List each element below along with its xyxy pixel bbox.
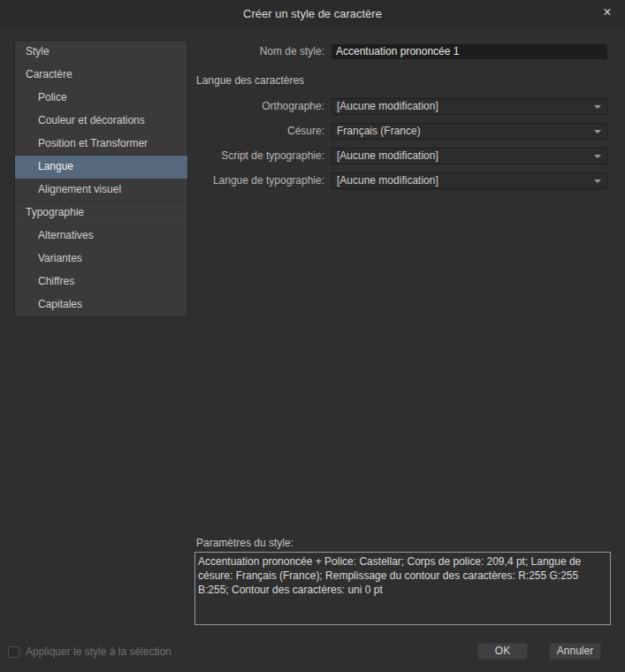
langue-typographie-dropdown[interactable]: [Aucune modification] (332, 172, 607, 189)
sidebar-item-langue[interactable]: Langue (15, 156, 187, 179)
langue-typographie-label: Langue de typographie: (194, 174, 332, 187)
langue-typographie-field-row: Langue de typographie: [Aucune modificat… (194, 172, 607, 189)
chevron-down-icon (594, 105, 601, 109)
ok-button[interactable]: OK (477, 643, 528, 660)
apply-style-checkbox[interactable] (8, 646, 19, 658)
script-typographie-field-row: Script de typographie: [Aucune modificat… (194, 147, 607, 164)
style-name-row: Nom de style: (194, 42, 607, 60)
style-settings-label: Paramètres du style: (196, 537, 293, 549)
sidebar-item-variantes[interactable]: Variantes (15, 248, 187, 271)
sidebar-item-alignement-visuel[interactable]: Alignement visuel (15, 179, 187, 202)
section-heading-langue-des-caracteres: Langue des caractères (196, 74, 304, 87)
orthographe-dropdown[interactable]: [Aucune modification] (332, 98, 607, 115)
sidebar-item-typographie[interactable]: Typographie (15, 202, 187, 225)
style-category-list: Style Caractère Police Couleur et décora… (14, 40, 188, 317)
sidebar-item-style[interactable]: Style (15, 41, 187, 64)
sidebar-item-position-et-transformer[interactable]: Position et Transformer (15, 133, 187, 156)
script-typographie-dropdown-value: [Aucune modification] (337, 149, 438, 162)
titlebar: Créer un style de caractère × (0, 0, 625, 27)
cesure-dropdown[interactable]: Français (France) (332, 123, 607, 140)
style-name-label: Nom de style: (194, 45, 332, 57)
apply-style-checkbox-row: Appliquer le style à la sélection (8, 645, 171, 659)
orthographe-label: Orthographe: (194, 100, 332, 112)
orthographe-dropdown-value: [Aucune modification] (337, 100, 438, 112)
style-name-input[interactable] (332, 44, 607, 59)
create-character-style-dialog: Créer un style de caractère × Style Cara… (0, 0, 625, 672)
close-icon[interactable]: × (598, 4, 616, 21)
chevron-down-icon (594, 155, 601, 158)
sidebar-item-couleur-et-decorations[interactable]: Couleur et décorations (15, 110, 187, 133)
orthographe-field-row: Orthographe: [Aucune modification] (194, 97, 607, 115)
sidebar-item-caractere[interactable]: Caractère (15, 64, 187, 87)
cesure-dropdown-value: Français (France) (337, 125, 421, 137)
cesure-field-row: Césure: Français (France) (194, 122, 607, 140)
sidebar-item-capitales[interactable]: Capitales (15, 294, 187, 317)
dialog-title: Créer un style de caractère (0, 7, 625, 20)
cesure-label: Césure: (194, 125, 332, 137)
sidebar-item-police[interactable]: Police (15, 87, 187, 110)
cancel-button[interactable]: Annuler (549, 643, 601, 660)
style-settings-summary: Accentuation prononcée + Police: Castell… (194, 552, 611, 625)
script-typographie-label: Script de typographie: (194, 149, 332, 162)
apply-style-checkbox-label: Appliquer le style à la sélection (26, 645, 171, 658)
langue-typographie-dropdown-value: [Aucune modification] (337, 174, 438, 187)
script-typographie-dropdown[interactable]: [Aucune modification] (332, 148, 607, 164)
chevron-down-icon (594, 179, 601, 183)
sidebar-item-chiffres[interactable]: Chiffres (15, 271, 187, 294)
chevron-down-icon (594, 130, 601, 134)
sidebar-item-alternatives[interactable]: Alternatives (15, 225, 187, 248)
